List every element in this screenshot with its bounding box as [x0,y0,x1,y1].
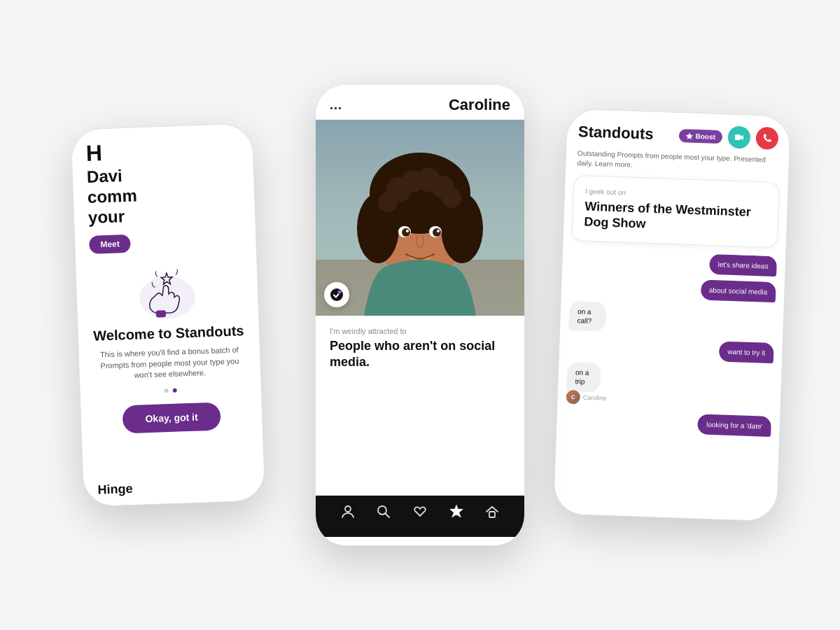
right-action-icons [727,126,778,150]
chat-bubble-6: looking for a 'date' [698,414,771,438]
center-top-bar: ... Caroline [316,85,524,120]
chat-bubble-2: about social media [700,280,776,303]
svg-rect-1 [156,310,166,317]
profile-name: Caroline [449,96,510,114]
left-phone-header: H Davi comm your Meet [71,124,256,255]
chat-bubble-1: let's share ideas [709,254,777,276]
nav-home-icon[interactable] [484,504,500,523]
chat-avatar: C [566,390,580,405]
center-bottom-nav [316,496,524,537]
badge-icon [330,288,344,302]
hinge-label: Hinge [97,482,133,498]
meet-button[interactable]: Meet [89,234,131,254]
right-title: Standouts [578,122,654,144]
svg-point-14 [442,188,461,208]
photo-badge [324,282,349,307]
nav-star-icon[interactable] [449,504,464,523]
svg-point-15 [378,192,398,212]
okay-got-it-button[interactable]: Okay, got it [122,402,221,433]
header-letter: H [85,136,239,164]
standouts-title: Welcome to Standouts [93,323,244,344]
chat-bubble-3: on a call? [568,301,607,332]
prompt-label: I'm weirdly attracted to [330,327,510,335]
scene: H Davi comm your Meet [35,28,805,602]
home-indicator [385,542,455,545]
header-name: Davi comm your [87,162,241,227]
phone-icon-btn[interactable] [755,127,778,150]
svg-point-21 [437,230,440,232]
phone-right: Standouts Boost O [553,108,791,522]
chat-section: let's share ideas about social media on … [554,249,785,522]
svg-rect-27 [489,512,495,517]
svg-point-18 [402,228,410,237]
standouts-card[interactable]: I geek out on Winners of the Westminster… [572,175,780,248]
chat-sender-name: C Caroline [566,390,606,405]
standouts-description: This is where you'll find a bonus batch … [93,345,246,383]
center-menu-dots[interactable]: ... [330,98,342,113]
left-phone-bottom: Hinge [83,468,265,506]
dot-1 [164,388,169,393]
card-title: Winners of the Westminster Dog Show [584,200,766,236]
nav-search-icon[interactable] [376,504,391,523]
prompt-text: People who aren't on social media. [330,338,510,371]
svg-rect-28 [735,134,741,140]
nav-heart-icon[interactable] [412,504,428,523]
nav-profile-icon[interactable] [340,504,356,523]
card-label: I geek out on [585,188,767,202]
svg-point-20 [406,230,409,232]
pagination-dots [164,388,177,393]
profile-photo [316,120,524,316]
svg-point-19 [433,228,441,237]
svg-point-23 [337,290,342,294]
boost-badge[interactable]: Boost [678,129,722,144]
svg-point-22 [330,288,343,301]
chat-bubble-5: on a trip [566,362,601,393]
phone-left: H Davi comm your Meet [71,123,266,507]
chat-bubble-4: want to try it [719,342,774,364]
phone-center: ... Caroline [315,84,525,546]
standouts-section: Welcome to Standouts This is where you'l… [76,248,264,475]
video-icon-btn[interactable] [727,126,750,149]
dot-2 [173,388,177,392]
svg-point-24 [345,506,351,512]
profile-photo-svg [316,120,524,316]
prompt-section: I'm weirdly attracted to People who aren… [316,316,524,496]
svg-line-26 [386,514,390,518]
standouts-illustration [127,262,206,328]
